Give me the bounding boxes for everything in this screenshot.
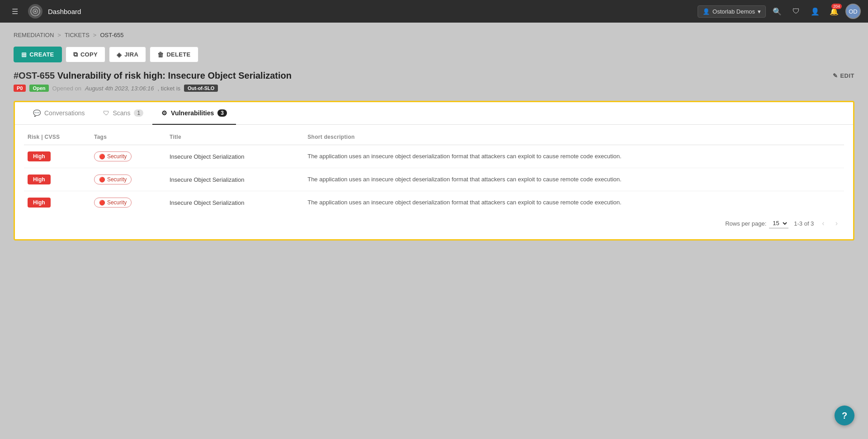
edit-label: EDIT bbox=[840, 72, 854, 79]
breadcrumb-tickets[interactable]: TICKETS bbox=[65, 32, 90, 38]
shield-icon: 🛡 bbox=[793, 7, 800, 15]
breadcrumb-remediation[interactable]: REMEDIATION bbox=[14, 32, 54, 38]
help-button[interactable]: ? bbox=[835, 406, 854, 425]
delete-label: DELETE bbox=[166, 51, 190, 58]
tab-vulnerabilities[interactable]: ⚙ Vulnerabilities 3 bbox=[152, 102, 236, 125]
create-icon: ⊞ bbox=[21, 51, 27, 58]
table-header-row: Risk | CVSS Tags Title Short description bbox=[24, 129, 844, 145]
short-desc-1: The application uses an insecure object … bbox=[307, 176, 621, 183]
open-badge: Open bbox=[29, 85, 48, 92]
col-header-title: Title bbox=[166, 129, 304, 145]
page-title-row: #OST-655 Vulnerability of risk high: Ins… bbox=[14, 71, 854, 81]
create-button[interactable]: ⊞ CREATE bbox=[14, 47, 62, 62]
copy-label: COPY bbox=[80, 51, 98, 58]
tab-vulnerabilities-label: Vulnerabilities bbox=[171, 109, 214, 117]
hamburger-menu-button[interactable]: ☰ bbox=[7, 4, 23, 19]
jira-label: JIRA bbox=[124, 51, 138, 58]
tab-scans-label: Scans bbox=[113, 109, 131, 117]
cell-risk-1: High bbox=[24, 168, 90, 191]
toolbar: ⊞ CREATE ⧉ COPY ◈ JIRA 🗑 DELETE bbox=[14, 47, 854, 62]
cell-title-2: Insecure Object Serialization bbox=[166, 191, 304, 214]
jira-icon: ◈ bbox=[117, 51, 122, 58]
search-icon: 🔍 bbox=[773, 7, 782, 16]
person-button[interactable]: 👤 bbox=[807, 4, 823, 19]
tag-icon-1: 🔴 bbox=[99, 177, 105, 183]
tag-badge-1[interactable]: 🔴 Security bbox=[94, 175, 132, 184]
table-row[interactable]: High 🔴 Security Insecure Object Serializ… bbox=[24, 191, 844, 214]
shield-button[interactable]: 🛡 bbox=[788, 4, 804, 19]
opened-date: August 4th 2023, 13:06:16 bbox=[85, 85, 154, 92]
main-card: 💬 Conversations 🛡 Scans 1 ⚙ Vulnerabilit… bbox=[14, 101, 854, 241]
prev-page-button[interactable]: ‹ bbox=[819, 218, 827, 228]
vulnerability-title: Vulnerability of risk high: Insecure Obj… bbox=[57, 71, 292, 80]
tag-badge-0[interactable]: 🔴 Security bbox=[94, 151, 132, 161]
cell-desc-1: The application uses an insecure object … bbox=[304, 168, 844, 191]
short-desc-2: The application uses an insecure object … bbox=[307, 199, 621, 206]
slo-badge: Out-of-SLO bbox=[184, 85, 218, 92]
table-row[interactable]: High 🔴 Security Insecure Object Serializ… bbox=[24, 145, 844, 168]
scans-icon: 🛡 bbox=[103, 109, 109, 117]
short-desc-0: The application uses an insecure object … bbox=[307, 153, 621, 160]
copy-icon: ⧉ bbox=[73, 51, 78, 58]
table-row[interactable]: High 🔴 Security Insecure Object Serializ… bbox=[24, 168, 844, 191]
pagination-row: Rows per page: 15 25 50 1-3 of 3 ‹ › bbox=[24, 214, 844, 230]
risk-badge-2: High bbox=[28, 198, 51, 208]
tab-bar: 💬 Conversations 🛡 Scans 1 ⚙ Vulnerabilit… bbox=[15, 102, 853, 125]
vulnerabilities-count: 3 bbox=[217, 109, 227, 117]
cell-tags-1: 🔴 Security bbox=[90, 168, 166, 191]
main-content: REMEDIATION > TICKETS > OST-655 ⊞ CREATE… bbox=[0, 23, 868, 439]
rows-per-page-label: Rows per page: bbox=[725, 220, 766, 227]
col-header-short-desc: Short description bbox=[304, 129, 844, 145]
help-icon: ? bbox=[842, 411, 847, 421]
vulnerabilities-table: Risk | CVSS Tags Title Short description… bbox=[24, 129, 844, 214]
ticket-is-text: , ticket is bbox=[157, 85, 180, 92]
person-icon: 👤 bbox=[811, 7, 820, 16]
copy-button[interactable]: ⧉ COPY bbox=[66, 47, 105, 62]
edit-button[interactable]: ✎ EDIT bbox=[833, 72, 854, 79]
notification-badge: 204 bbox=[831, 4, 842, 9]
chevron-down-icon: ▾ bbox=[758, 8, 761, 15]
app-title: Dashboard bbox=[48, 8, 81, 15]
status-row: P0 Open Opened on August 4th 2023, 13:06… bbox=[14, 85, 854, 92]
col-header-tags: Tags bbox=[90, 129, 166, 145]
cell-desc-2: The application uses an insecure object … bbox=[304, 191, 844, 214]
conversations-icon: 💬 bbox=[33, 109, 41, 117]
opened-text: Opened on bbox=[52, 85, 81, 92]
page-title: #OST-655 Vulnerability of risk high: Ins… bbox=[14, 71, 292, 81]
ticket-id: #OST-655 bbox=[14, 71, 55, 80]
tag-icon-2: 🔴 bbox=[99, 200, 105, 206]
nav-left: ☰ Dashboard bbox=[7, 4, 81, 19]
org-selector[interactable]: 👤 Ostorlab Demos ▾ bbox=[698, 5, 766, 18]
risk-badge-1: High bbox=[28, 175, 51, 184]
rows-per-page-select[interactable]: 15 25 50 bbox=[769, 218, 788, 228]
tab-conversations[interactable]: 💬 Conversations bbox=[24, 102, 94, 125]
edit-icon: ✎ bbox=[833, 72, 838, 79]
vulnerabilities-icon: ⚙ bbox=[161, 109, 167, 117]
delete-icon: 🗑 bbox=[157, 51, 164, 58]
jira-button[interactable]: ◈ JIRA bbox=[109, 47, 146, 62]
top-navigation: ☰ Dashboard 👤 Ostorlab Demos ▾ 🔍 🛡 👤 🔔 2… bbox=[0, 0, 868, 23]
cell-risk-2: High bbox=[24, 191, 90, 214]
next-page-button[interactable]: › bbox=[833, 218, 840, 228]
org-icon: 👤 bbox=[703, 8, 710, 15]
tag-badge-2[interactable]: 🔴 Security bbox=[94, 198, 132, 208]
breadcrumb-sep-2: > bbox=[93, 32, 97, 38]
user-avatar[interactable]: OD bbox=[845, 4, 861, 19]
breadcrumb: REMEDIATION > TICKETS > OST-655 bbox=[14, 32, 854, 38]
page-info: 1-3 of 3 bbox=[794, 220, 814, 227]
tag-label-2: Security bbox=[107, 199, 127, 206]
delete-button[interactable]: 🗑 DELETE bbox=[150, 47, 198, 62]
cell-tags-0: 🔴 Security bbox=[90, 145, 166, 168]
tag-label-1: Security bbox=[107, 176, 127, 183]
notifications-button[interactable]: 🔔 204 bbox=[826, 4, 842, 19]
svg-point-2 bbox=[34, 10, 36, 12]
search-button[interactable]: 🔍 bbox=[769, 4, 785, 19]
risk-badge-0: High bbox=[28, 151, 51, 161]
rows-per-page-control: Rows per page: 15 25 50 bbox=[725, 218, 788, 228]
cell-risk-0: High bbox=[24, 145, 90, 168]
tab-scans[interactable]: 🛡 Scans 1 bbox=[94, 102, 153, 125]
tab-conversations-label: Conversations bbox=[44, 109, 85, 117]
tag-icon-0: 🔴 bbox=[99, 154, 105, 160]
app-logo bbox=[28, 4, 42, 19]
cell-desc-0: The application uses an insecure object … bbox=[304, 145, 844, 168]
